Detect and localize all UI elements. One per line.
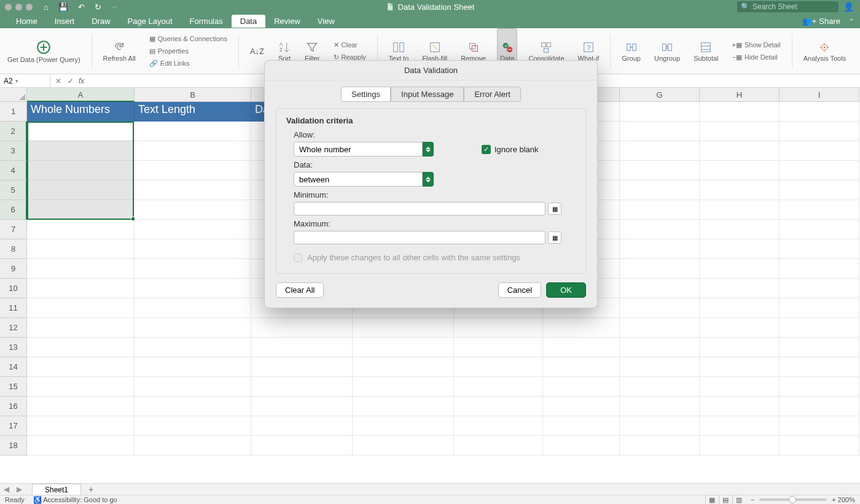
data-label: Data: <box>294 160 576 169</box>
range-selector-icon[interactable]: ▦ <box>548 231 561 244</box>
allow-select[interactable]: Whole number <box>294 142 434 157</box>
dialog-title: Data Validation <box>265 61 597 80</box>
dialog-tab-error-alert[interactable]: Error Alert <box>464 87 521 102</box>
chevron-updown-icon <box>423 142 434 157</box>
dialog-tabs: Settings Input Message Error Alert <box>265 80 597 106</box>
minimum-label: Minimum: <box>294 190 576 200</box>
modal-overlay: Data Validation Settings Input Message E… <box>0 0 860 504</box>
data-select[interactable]: between <box>294 172 576 187</box>
validation-criteria-label: Validation criteria <box>286 116 576 125</box>
cancel-button[interactable]: Cancel <box>498 282 541 298</box>
dialog-tab-settings[interactable]: Settings <box>341 87 391 102</box>
apply-all-checkbox: Apply these changes to all other cells w… <box>294 253 576 262</box>
dialog-tab-input-message[interactable]: Input Message <box>391 87 464 102</box>
ok-button[interactable]: OK <box>546 282 586 298</box>
minimum-input[interactable] <box>294 202 545 215</box>
ignore-blank-checkbox[interactable]: ✓ Ignore blank <box>482 145 539 154</box>
allow-label: Allow: <box>294 130 576 139</box>
data-validation-dialog: Data Validation Settings Input Message E… <box>264 60 598 308</box>
checkmark-icon: ✓ <box>482 145 491 154</box>
maximum-label: Maximum: <box>294 219 576 228</box>
clear-all-button[interactable]: Clear All <box>276 282 324 298</box>
maximum-input[interactable] <box>294 231 545 244</box>
range-selector-icon[interactable]: ▦ <box>548 203 561 215</box>
chevron-updown-icon <box>423 172 434 187</box>
